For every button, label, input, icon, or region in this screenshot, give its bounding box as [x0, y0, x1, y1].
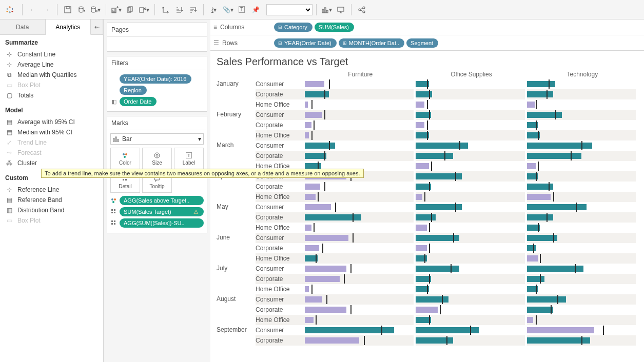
- month-label[interactable]: February: [217, 110, 256, 140]
- segment-label[interactable]: Consumer: [256, 140, 305, 151]
- segment-label[interactable]: Corporate: [256, 182, 305, 192]
- new-datasource-button[interactable]: [75, 3, 88, 16]
- bar-row[interactable]: [305, 325, 414, 335]
- bar-row[interactable]: [416, 253, 524, 264]
- bar-row[interactable]: [527, 202, 636, 212]
- save-button[interactable]: [61, 3, 74, 16]
- segment-label[interactable]: Corporate: [256, 120, 305, 130]
- mark-type-select[interactable]: Bar ▾: [110, 133, 204, 145]
- segment-label[interactable]: Corporate: [256, 151, 305, 161]
- bar-row[interactable]: [305, 315, 414, 325]
- group-button[interactable]: 📎▾: [221, 3, 235, 16]
- bar-row[interactable]: [416, 233, 524, 243]
- bar-row[interactable]: [305, 120, 414, 130]
- swap-axes-button[interactable]: [159, 3, 172, 16]
- mark-pill[interactable]: AGG(SUM([Sales])-SU..: [120, 218, 204, 228]
- segment-label[interactable]: Home Office: [256, 253, 305, 264]
- rows-shelf[interactable]: ☰Rows ⊟YEAR(Order Date)⊞MONTH(Order Dat.…: [210, 35, 644, 50]
- filter-pill[interactable]: Order Date: [120, 97, 157, 106]
- bar-row[interactable]: [305, 140, 414, 151]
- segment-label[interactable]: Corporate: [256, 89, 305, 99]
- text-label-button[interactable]: T: [235, 3, 248, 16]
- duplicate-sheet-button[interactable]: [124, 3, 137, 16]
- month-label[interactable]: July: [217, 264, 256, 294]
- month-label[interactable]: August: [217, 294, 256, 325]
- mark-pill[interactable]: SUM(Sales Target)⚠: [120, 207, 204, 216]
- mark-size-card[interactable]: Size: [142, 148, 172, 169]
- bar-row[interactable]: [527, 79, 636, 89]
- bar-row[interactable]: [416, 110, 524, 120]
- fit-select[interactable]: Standard: [266, 4, 313, 15]
- segment-label[interactable]: Corporate: [256, 212, 305, 223]
- bar-row[interactable]: [305, 110, 414, 120]
- bar-row[interactable]: [416, 294, 524, 305]
- analytics-item[interactable]: ▤Reference Band: [5, 195, 98, 205]
- bar-row[interactable]: [305, 223, 414, 233]
- bar-row[interactable]: [416, 305, 524, 315]
- month-label[interactable]: June: [217, 233, 256, 264]
- analytics-item[interactable]: ▤Average with 95% CI: [5, 117, 98, 127]
- bar-row[interactable]: [527, 99, 636, 110]
- bar-row[interactable]: [416, 192, 524, 202]
- bar-row[interactable]: [305, 130, 414, 140]
- share-button[interactable]: [355, 3, 368, 16]
- analytics-item[interactable]: ▢Totals: [5, 90, 98, 100]
- bar-row[interactable]: [416, 161, 524, 171]
- filters-shelf[interactable]: Filters YEAR(Order Date): 2016Region◧Ord…: [107, 56, 207, 112]
- bar-row[interactable]: [305, 284, 414, 294]
- sheet-title[interactable]: Sales Performance vs Target: [217, 56, 638, 68]
- bar-row[interactable]: [527, 294, 636, 305]
- bar-row[interactable]: [305, 79, 414, 89]
- bar-row[interactable]: [527, 335, 636, 346]
- new-worksheet-button[interactable]: ▾: [110, 3, 123, 16]
- bar-row[interactable]: [416, 171, 524, 182]
- mark-pill[interactable]: AGG(Sales above Target..: [120, 196, 204, 205]
- presentation-mode-button[interactable]: [334, 3, 347, 16]
- bar-row[interactable]: [416, 325, 524, 335]
- segment-label[interactable]: Consumer: [256, 233, 305, 243]
- bar-row[interactable]: [527, 192, 636, 202]
- bar-row[interactable]: [527, 243, 636, 253]
- bar-row[interactable]: [416, 130, 524, 140]
- bar-row[interactable]: [416, 315, 524, 325]
- show-me-button[interactable]: ▾: [320, 3, 334, 16]
- bar-row[interactable]: [416, 120, 524, 130]
- analytics-item[interactable]: ⁂Cluster: [5, 158, 98, 168]
- segment-label[interactable]: Corporate: [256, 274, 305, 284]
- month-label[interactable]: May: [217, 202, 256, 233]
- segment-label[interactable]: Consumer: [256, 79, 305, 89]
- bar-row[interactable]: [305, 182, 414, 192]
- bar-row[interactable]: [416, 284, 524, 294]
- bar-row[interactable]: [416, 274, 524, 284]
- bar-row[interactable]: [416, 182, 524, 192]
- bar-row[interactable]: [416, 223, 524, 233]
- segment-label[interactable]: Home Office: [256, 99, 305, 110]
- bar-row[interactable]: [305, 264, 414, 274]
- shelf-pill[interactable]: SUM(Sales): [315, 23, 354, 32]
- bar-row[interactable]: [527, 274, 636, 284]
- analytics-item[interactable]: ▤Median with 95% CI: [5, 127, 98, 137]
- bar-row[interactable]: [527, 233, 636, 243]
- bar-row[interactable]: [527, 110, 636, 120]
- bar-row[interactable]: [305, 99, 414, 110]
- bar-row[interactable]: [305, 294, 414, 305]
- bar-row[interactable]: [527, 223, 636, 233]
- bar-row[interactable]: [527, 264, 636, 274]
- bar-row[interactable]: [527, 182, 636, 192]
- highlight-button[interactable]: ℓ▾: [207, 3, 221, 16]
- segment-label[interactable]: Consumer: [256, 325, 305, 335]
- bar-row[interactable]: [416, 79, 524, 89]
- bar-row[interactable]: [305, 89, 414, 99]
- tab-analytics[interactable]: Analytics: [46, 19, 91, 35]
- shelf-pill[interactable]: Segment: [406, 38, 438, 48]
- analytics-item[interactable]: ⊹Constant Line: [5, 49, 98, 59]
- bar-row[interactable]: [527, 130, 636, 140]
- filter-pill[interactable]: YEAR(Order Date): 2016: [120, 74, 191, 84]
- bar-row[interactable]: [416, 212, 524, 223]
- bar-row[interactable]: [305, 243, 414, 253]
- bar-row[interactable]: [527, 305, 636, 315]
- bar-row[interactable]: [527, 284, 636, 294]
- sort-desc-button[interactable]: [186, 3, 200, 16]
- bar-row[interactable]: [305, 192, 414, 202]
- segment-label[interactable]: Home Office: [256, 130, 305, 140]
